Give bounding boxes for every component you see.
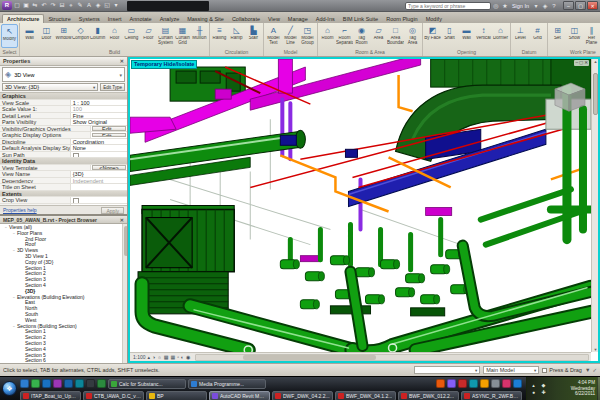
view-close-icon[interactable]: ✕ (584, 60, 588, 66)
horizontal-scrollbar[interactable] (195, 354, 589, 361)
apply-button[interactable]: Apply (101, 207, 124, 214)
ribbon-button[interactable]: ╱ Model Line (282, 24, 299, 46)
ribbon-button[interactable]: ↖ Modify (1, 24, 18, 48)
close-icon[interactable]: ✕ (120, 58, 124, 64)
qat-icon[interactable]: ▢ (13, 1, 21, 10)
view-control-icon[interactable]: 1:100 (133, 353, 146, 361)
ribbon-button[interactable]: ◩ By Face (424, 24, 441, 46)
taskbar-window-button[interactable]: BP (146, 391, 207, 400)
favorites-star-icon[interactable]: ★ (501, 1, 509, 11)
ribbon-button[interactable]: A Model Text (265, 24, 282, 46)
pinned-app-icon[interactable] (53, 379, 62, 388)
status-filter-icon[interactable]: ▼ (585, 367, 590, 373)
ribbon-tab[interactable]: Architecture (2, 14, 44, 23)
view-restore-icon[interactable]: ▢ (579, 60, 583, 66)
ribbon-button[interactable]: ▱ Area (370, 24, 387, 46)
pinned-app-icon[interactable] (31, 379, 40, 388)
qat-icon[interactable]: A (85, 1, 93, 10)
ribbon-button[interactable]: ↕ Vertical (475, 24, 492, 46)
qat-icon[interactable]: ⇆ (31, 1, 39, 10)
ribbon-button[interactable]: ⌂ Room (319, 24, 336, 46)
ribbon-button[interactable]: ▙ Stair (245, 24, 262, 46)
type-selector[interactable]: ◈ 3D View ▾ (2, 67, 125, 82)
active-workset-dropdown[interactable]: ▾ (414, 366, 480, 374)
scrollbar-thumb[interactable] (593, 73, 598, 115)
taskbar-window-button[interactable]: ASYNC_R_2WF.B.4... (461, 391, 522, 400)
property-value[interactable]: Show Original (71, 119, 127, 125)
ribbon-panel-label[interactable]: Opening (424, 49, 509, 56)
ribbon-tab[interactable]: Annotate (126, 15, 156, 23)
qat-icon[interactable]: ⌖ (67, 1, 75, 10)
tree-item[interactable]: Section 6 (0, 358, 127, 363)
revit-logo-button[interactable]: R (2, 1, 12, 10)
ribbon-tab[interactable]: Collaborate (228, 15, 264, 23)
ribbon-panel-label[interactable]: Room & Area (319, 49, 421, 56)
pinned-app-icon[interactable] (64, 379, 73, 388)
ribbon-button[interactable]: ◎ Tag Area (404, 24, 421, 46)
help-icon[interactable]: ? (550, 1, 558, 11)
press-drag-toggle[interactable]: Press & Drag (542, 367, 582, 373)
browser-scrollbar[interactable] (122, 224, 127, 363)
ribbon-tab[interactable]: Structure (44, 15, 74, 23)
taskbar-app-icon[interactable] (491, 379, 500, 388)
qat-icon[interactable]: ▣ (22, 1, 30, 10)
view-control-icon[interactable]: ◉ (186, 353, 190, 361)
cooling-tower[interactable] (138, 206, 234, 314)
view-control-icon[interactable]: ☼ (157, 353, 162, 361)
close-button[interactable]: ✕ (587, 1, 598, 10)
taskbar-window-button[interactable]: Media Programme... (188, 379, 266, 389)
ribbon-button[interactable]: ▮ Column (89, 24, 106, 46)
properties-help-link[interactable]: Properties help (3, 207, 37, 213)
taskbar-app-icon[interactable] (502, 379, 511, 388)
instance-selector[interactable]: 3D View: {3D} ▾ (2, 83, 98, 91)
start-button[interactable]: ❖ (2, 381, 17, 396)
ribbon-panel-label[interactable]: Circulation (211, 49, 262, 56)
pinned-app-icon[interactable] (20, 379, 29, 388)
ribbon-tab[interactable]: Room Plugin (382, 15, 422, 23)
ribbon-button[interactable]: ⌂ Roof (106, 24, 123, 46)
property-value[interactable]: <None> (92, 165, 126, 170)
search-icon[interactable]: ◎ (492, 1, 500, 11)
ribbon-button[interactable]: ◇ Component (72, 24, 89, 46)
ribbon-panel-label[interactable]: Work Plane (549, 49, 600, 56)
infocenter-search-input[interactable] (405, 2, 491, 10)
ribbon-button[interactable]: ⊥ Level (512, 24, 529, 46)
taskbar-window-button[interactable]: AutoCAD Revit MEP... (209, 391, 270, 400)
property-value[interactable]: 1 : 100 (71, 100, 127, 106)
view-control-icon[interactable]: ▫ (177, 353, 179, 361)
ribbon-button[interactable]: ▭ Ceiling (123, 24, 140, 46)
minimize-button[interactable]: – (563, 1, 574, 10)
view-minimize-icon[interactable]: – (575, 60, 578, 66)
tray-icon[interactable]: ● (529, 389, 538, 395)
ribbon-button[interactable]: ⌂ Dormer (492, 24, 509, 46)
status-filter-icon[interactable]: ✓ (592, 367, 597, 373)
ribbon-tab[interactable]: View (264, 15, 284, 23)
pinned-app-icon[interactable] (86, 379, 95, 388)
ribbon-panel-label[interactable]: Model (265, 49, 316, 56)
ribbon-button[interactable]: # Grid (529, 24, 546, 46)
ribbon-tab[interactable]: Insert (104, 15, 126, 23)
ribbon-tab[interactable]: Massing & Site (183, 15, 228, 23)
taskbar-window-button[interactable]: DWF_DWK_04.2.2... (272, 391, 333, 400)
view-cube[interactable] (555, 83, 585, 111)
property-value[interactable]: Edit... (92, 133, 126, 138)
taskbar-app-icon[interactable] (513, 379, 522, 388)
tray-icon[interactable]: ✚ (539, 389, 548, 395)
property-value[interactable]: None (71, 145, 127, 151)
ribbon-button[interactable]: ◉ Tag Room (353, 24, 370, 46)
vav-box[interactable] (345, 149, 357, 157)
ribbon-button[interactable]: ▦ Curtain Grid (174, 24, 191, 46)
taskbar-window-button[interactable]: CTB_IAWA_D.C_via... (83, 391, 144, 400)
ribbon-tab[interactable]: Manage (284, 15, 312, 23)
tray-icon[interactable]: ◆ (539, 382, 548, 388)
ribbon-button[interactable]: ≡ Railing (211, 24, 228, 46)
chevron-down-icon[interactable]: ▾ (119, 72, 122, 78)
scroll-up-icon[interactable]: ▲ (592, 59, 599, 64)
taskbar-window-button[interactable]: BWF_DWK_04.1.2... (335, 391, 396, 400)
property-value[interactable] (71, 184, 127, 190)
view-control-icon[interactable]: ▴ (148, 353, 151, 361)
ribbon-tab[interactable]: Modify (422, 15, 446, 23)
pinned-app-icon[interactable] (75, 379, 84, 388)
vav-box[interactable] (280, 135, 296, 145)
model-scene[interactable] (130, 59, 591, 352)
